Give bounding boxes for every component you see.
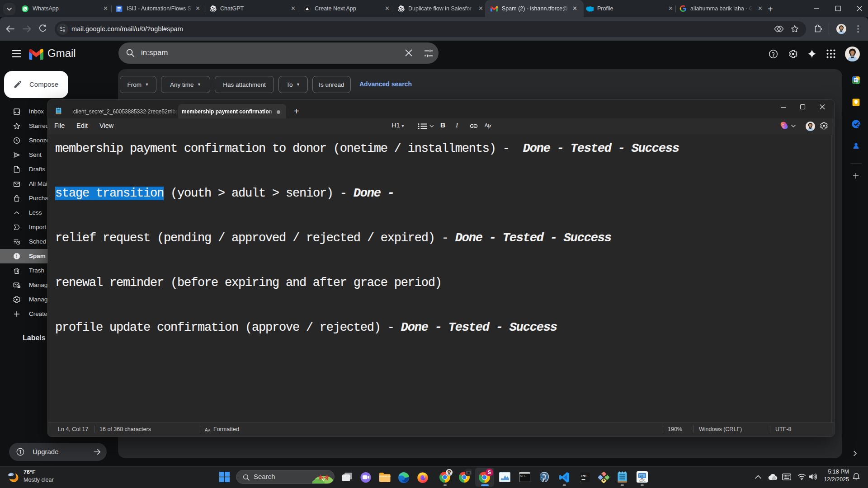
svg-text:Go!: Go! [640,475,643,477]
svg-text:PC: PC [581,474,586,478]
svg-text:A: A [205,427,208,432]
svg-text:TaskPro: TaskPro [639,480,646,482]
svg-text:C:\_: C:\_ [520,474,527,478]
svg-text:A: A [208,428,211,432]
svg-text:31: 31 [854,79,858,82]
